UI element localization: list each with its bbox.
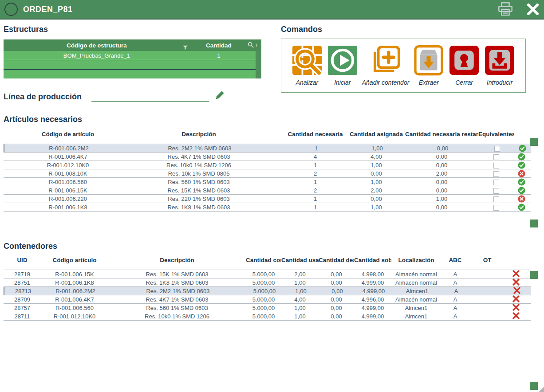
articulo-row[interactable]: R-001.006.560 Res. 560 1% SMD 0603 1 1,0… (4, 178, 531, 186)
cont-col-uid: UID (4, 257, 41, 264)
extraer-button[interactable]: Extraer (413, 44, 445, 92)
print-icon (497, 2, 514, 17)
analizar-button[interactable]: Analizar (291, 44, 323, 92)
insert-box-icon (484, 44, 516, 76)
articulo-row[interactable]: R-001.006.220 Res. 220 1% SMD 0603 1 0,0… (4, 195, 531, 203)
close-icon (526, 3, 540, 16)
linea-produccion-input[interactable] (91, 92, 209, 102)
contenedor-descripcion: Res. 1K8 1% SMD 0603 (108, 279, 246, 286)
contenedor-usada: 1,00 (281, 313, 319, 320)
articulo-row[interactable]: R-001.006.15K Res. 15K 1% SMD 0603 2 2,0… (4, 186, 531, 195)
comandos-panel: Analizar Iniciar Aña (281, 39, 526, 93)
contenedor-row[interactable]: 28751 R-001.006.1K8 Res. 1K8 1% SMD 0603… (4, 278, 531, 287)
analizar-label: Analizar (296, 79, 319, 86)
anadir-contendor-label: Añadir contendor (362, 79, 410, 86)
articulos-hscroll-thumb[interactable] (530, 220, 538, 227)
articulo-cantidad-restante: 0,00 (405, 187, 478, 194)
contenedores-table: UID Código artículo Descripción Cantidad… (4, 251, 531, 321)
articulo-cantidad-restante: 0,00 (405, 204, 478, 211)
estructura-row[interactable] (4, 70, 261, 78)
delete-container-button[interactable] (512, 312, 520, 320)
contenedor-row[interactable]: 28757 R-001.006.560 Res. 560 1% SMD 0603… (4, 304, 531, 312)
anadir-contendor-button[interactable]: Añadir contendor (362, 44, 410, 92)
close-button[interactable] (526, 3, 540, 16)
contenedor-descarte: 0,00 (319, 288, 355, 294)
contenedor-descarte: 0,00 (319, 271, 354, 278)
filter-icon[interactable] (182, 45, 188, 52)
delete-container-button[interactable] (512, 303, 520, 311)
articulos-scroll-thumb[interactable] (530, 138, 538, 146)
contenedor-row[interactable]: 28719 R-001.006.15K Res. 15K 1% SMD 0603… (4, 270, 531, 278)
contenedor-cantidad: 5.000,00 (246, 271, 281, 278)
articulo-codigo: R-001.006.15K (4, 187, 132, 194)
contenedor-row[interactable]: 28711 R-001.012.10K0 Res. 10k0 1% SMD 12… (4, 312, 531, 321)
iniciar-button[interactable]: Iniciar (327, 44, 359, 92)
contenedor-localizacion: Almacén normal (391, 271, 441, 278)
articulo-cantidad-asignada: 1,00 (347, 162, 405, 169)
cont-col-contenedor: Cantidad contenedor (246, 257, 281, 264)
contenedores-scroll-thumb[interactable] (530, 271, 538, 279)
delete-container-button[interactable] (512, 270, 520, 278)
estructuras-col-codigo[interactable]: Código de estructura (67, 42, 127, 49)
articulo-descripcion: Res. 560 1% SMD 0603 (132, 179, 265, 185)
equivalentes-checkbox[interactable] (493, 163, 499, 169)
contenedor-sobrante: 4.999,00 (354, 305, 391, 311)
lock-icon (448, 44, 480, 76)
contenedor-descarte: 0,00 (319, 305, 354, 311)
equivalentes-checkbox[interactable] (493, 188, 499, 194)
edit-pencil-icon[interactable] (215, 90, 225, 102)
estructura-row[interactable] (4, 60, 261, 70)
equivalentes-checkbox[interactable] (494, 146, 500, 152)
contenedor-sobrante: 4.999,00 (355, 288, 392, 294)
contenedor-row[interactable]: 28709 R-001.006.4K7 Res. 4K7 1% SMD 0603… (4, 295, 531, 304)
articulo-row[interactable]: R-001.006.1K8 Res. 1K8 1% SMD 0603 1 1,0… (4, 203, 531, 212)
cont-col-usada: Cantidad usada (281, 257, 319, 264)
equivalentes-checkbox[interactable] (493, 154, 499, 160)
equivalentes-checkbox[interactable] (493, 205, 499, 211)
delete-container-button[interactable] (512, 295, 520, 303)
delete-container-button[interactable] (512, 278, 520, 286)
contenedor-descripcion: Res. 15K 1% SMD 0603 (108, 271, 246, 278)
equivalentes-checkbox[interactable] (493, 180, 499, 185)
articulo-codigo: R-001.006.4K7 (4, 153, 132, 160)
estructuras-col-cantidad[interactable]: Cantidad (190, 42, 248, 49)
contenedor-abc: A (442, 288, 470, 294)
chevron-right-icon[interactable]: › (256, 42, 261, 48)
articulo-cantidad-asignada: 1,00 (348, 145, 406, 152)
delete-container-button[interactable] (513, 286, 521, 294)
articulo-row[interactable]: R-001.006.2M2 Res. 2M2 1% SMD 0603 1 1,0… (4, 144, 531, 153)
introducir-button[interactable]: Introducir (484, 44, 516, 92)
estructuras-heading: Estructuras (4, 25, 261, 34)
articulo-cantidad-asignada: 2,00 (347, 187, 405, 194)
articulo-cantidad-restante: 2,00 (405, 170, 478, 177)
status-ok-icon (519, 144, 526, 151)
articulo-row[interactable]: R-001.006.4K7 Res. 4K7 1% SMD 0603 4 4,0… (4, 153, 531, 161)
articulo-row[interactable]: R-001.012.10K0 Res. 10k0 1% SMD 1206 1 1… (4, 161, 531, 169)
estructuras-scrollbar[interactable] (256, 51, 261, 78)
contenedor-localizacion: Almacén normal (391, 296, 441, 303)
contenedor-cantidad: 5.000,00 (246, 313, 281, 320)
search-icon[interactable] (248, 42, 256, 49)
estructura-row[interactable]: BOM_Pruebas_Grande_1 1 (4, 51, 261, 60)
articulo-row[interactable]: R-001.008.10K Res. 10k 1% SMD 0805 2 0,0… (4, 169, 531, 178)
contenedor-row[interactable]: 28713 R-001.006.2M2 Res. 2M2 1% SMD 0603… (4, 287, 531, 295)
extraer-label: Extraer (419, 79, 439, 86)
cerrar-button[interactable]: Cerrar (448, 44, 480, 92)
articulo-cantidad-restante: 0,00 (405, 179, 478, 185)
add-container-icon (370, 44, 402, 76)
articulo-descripcion: Res. 15K 1% SMD 0603 (132, 187, 265, 194)
contenedores-hscroll-thumb[interactable] (530, 382, 538, 390)
status-ok-icon (518, 178, 525, 184)
articulo-cantidad-asignada: 0,00 (347, 170, 405, 177)
articulo-cantidad-necesaria: 1 (284, 145, 348, 152)
print-button[interactable] (497, 2, 514, 17)
equivalentes-checkbox[interactable] (493, 171, 499, 177)
equivalentes-checkbox[interactable] (493, 196, 499, 202)
contenedor-codigo: R-001.012.10K0 (41, 313, 108, 320)
cont-col-descripcion: Descripción (108, 257, 246, 264)
resize-grip-icon[interactable] (539, 387, 544, 392)
contenedor-sobrante: 4.999,00 (354, 313, 391, 320)
contenedor-codigo: R-001.006.1K8 (41, 279, 108, 286)
articulo-cantidad-asignada: 4,00 (347, 153, 405, 160)
map-magnifier-icon (291, 44, 323, 76)
